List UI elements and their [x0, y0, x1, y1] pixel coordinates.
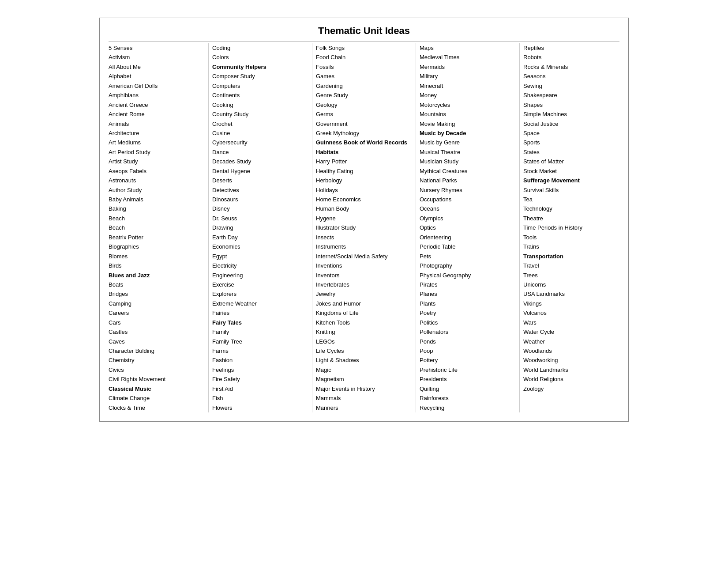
- list-item: Author Study: [109, 185, 205, 195]
- list-item: Robots: [523, 53, 619, 62]
- list-item: Nursery Rhymes: [420, 185, 516, 195]
- list-item: Baking: [109, 204, 205, 213]
- list-item: Inventors: [316, 271, 412, 280]
- column-1: 5 SensesActivismAll About MeAlphabetAmer…: [109, 43, 209, 412]
- list-item: Olympics: [420, 214, 516, 223]
- list-item: Kingdoms of Life: [316, 308, 412, 317]
- list-item: Optics: [420, 223, 516, 232]
- list-item: Simple Machines: [523, 110, 619, 119]
- list-item: Magic: [316, 365, 412, 374]
- list-item: Fossils: [316, 62, 412, 72]
- list-item: Aseops Fabels: [109, 166, 205, 176]
- list-item: Poop: [420, 346, 516, 355]
- list-item: Tea: [523, 195, 619, 204]
- list-item: Fairy Tales: [212, 318, 308, 327]
- list-item: Civics: [109, 365, 205, 374]
- list-item: Mammals: [316, 393, 412, 403]
- list-item: Birds: [109, 261, 205, 270]
- list-item: Stock Market: [523, 166, 619, 176]
- list-item: Cooking: [212, 100, 308, 110]
- list-item: Ponds: [420, 337, 516, 346]
- list-item: Mountains: [420, 110, 516, 119]
- list-item: Classical Music: [109, 384, 205, 393]
- list-item: Zoology: [523, 384, 619, 393]
- list-item: Alphabet: [109, 72, 205, 81]
- list-item: Clocks & Time: [109, 403, 205, 412]
- list-item: Deserts: [212, 176, 308, 185]
- list-item: Volcanos: [523, 308, 619, 317]
- list-item: Illustrator Study: [316, 223, 412, 232]
- list-item: Woodworking: [523, 355, 619, 365]
- list-item: Trees: [523, 271, 619, 280]
- list-item: Mythical Creatures: [420, 166, 516, 176]
- list-item: Games: [316, 72, 412, 81]
- list-item: Plants: [420, 299, 516, 308]
- list-item: Bridges: [109, 289, 205, 299]
- list-item: Caves: [109, 337, 205, 346]
- list-item: Pollenators: [420, 327, 516, 336]
- list-item: Space: [523, 128, 619, 138]
- list-item: Theatre: [523, 214, 619, 223]
- list-item: Electricity: [212, 261, 308, 270]
- list-item: Harry Potter: [316, 157, 412, 166]
- list-item: Exercise: [212, 280, 308, 289]
- list-item: 5 Senses: [109, 43, 205, 53]
- list-item: Engineering: [212, 271, 308, 280]
- list-item: Egypt: [212, 252, 308, 261]
- list-item: Rainforests: [420, 393, 516, 403]
- column-2: CodingColorsCommunity HelpersComposer St…: [209, 43, 312, 412]
- list-item: Music by Genre: [420, 138, 516, 147]
- list-item: Chemistry: [109, 355, 205, 365]
- list-item: Ancient Rome: [109, 110, 205, 119]
- list-item: Reptiles: [523, 43, 619, 53]
- page-container: Thematic Unit Ideas 5 SensesActivismAll …: [99, 18, 629, 422]
- list-item: Baby Animals: [109, 195, 205, 204]
- list-item: Sewing: [523, 81, 619, 91]
- list-item: Gardening: [316, 81, 412, 91]
- list-item: Musician Study: [420, 157, 516, 166]
- list-item: Home Economics: [316, 195, 412, 204]
- list-item: Food Chain: [316, 53, 412, 62]
- list-item: All About Me: [109, 62, 205, 72]
- list-item: Light & Shadows: [316, 355, 412, 365]
- list-item: Boats: [109, 280, 205, 289]
- list-item: Country Study: [212, 110, 308, 119]
- list-item: Activism: [109, 53, 205, 62]
- list-item: Geology: [316, 100, 412, 110]
- list-item: Castles: [109, 327, 205, 336]
- list-item: Shakespeare: [523, 91, 619, 100]
- list-item: Crochet: [212, 119, 308, 128]
- list-item: Animals: [109, 119, 205, 128]
- list-item: Cusine: [212, 128, 308, 138]
- list-item: Pets: [420, 252, 516, 261]
- list-item: Kitchen Tools: [316, 318, 412, 327]
- list-item: Medieval Times: [420, 53, 516, 62]
- list-item: Unicorns: [523, 280, 619, 289]
- list-item: LEGOs: [316, 337, 412, 346]
- list-item: National Parks: [420, 176, 516, 185]
- list-item: Art Period Study: [109, 147, 205, 157]
- list-item: Fish: [212, 393, 308, 403]
- list-item: Minecraft: [420, 81, 516, 91]
- list-item: Maps: [420, 43, 516, 53]
- list-item: States: [523, 147, 619, 157]
- list-item: Technology: [523, 204, 619, 213]
- list-item: Occupations: [420, 195, 516, 204]
- list-item: Transportation: [523, 252, 619, 261]
- list-item: Internet/Social Media Safety: [316, 252, 412, 261]
- list-item: Architecture: [109, 128, 205, 138]
- list-item: Folk Songs: [316, 43, 412, 53]
- list-item: Trains: [523, 242, 619, 251]
- column-4: MapsMedieval TimesMermaidsMilitaryMinecr…: [416, 43, 520, 412]
- list-item: Coding: [212, 43, 308, 53]
- list-item: Money: [420, 91, 516, 100]
- list-item: Careers: [109, 308, 205, 317]
- list-item: Beatrix Potter: [109, 233, 205, 242]
- list-item: Motorcycles: [420, 100, 516, 110]
- list-item: Detectives: [212, 185, 308, 195]
- list-item: Poetry: [420, 308, 516, 317]
- list-item: Musical Theatre: [420, 147, 516, 157]
- list-item: Magnetism: [316, 374, 412, 384]
- list-item: Oceans: [420, 204, 516, 213]
- list-item: Amphibians: [109, 91, 205, 100]
